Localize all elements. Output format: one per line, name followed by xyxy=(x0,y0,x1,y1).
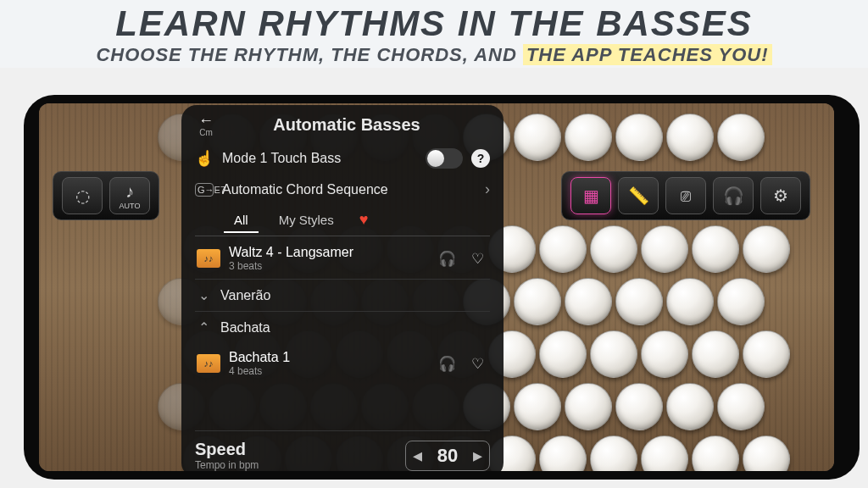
favorite-button[interactable]: ♡ xyxy=(466,355,488,373)
touch-icon: ☝ xyxy=(195,149,214,168)
style-title: Waltz 4 - Langsamer xyxy=(229,245,427,260)
speed-row: Speed Tempo in bpm ◂ 80 ▸ xyxy=(195,430,490,471)
tab-mystyles[interactable]: My Styles xyxy=(274,209,339,230)
mode-row: ☝ Mode 1 Touch Bass ? xyxy=(195,142,490,175)
divider xyxy=(195,236,490,236)
bass-button[interactable] xyxy=(514,278,561,325)
bass-button[interactable] xyxy=(615,278,663,325)
bass-button[interactable] xyxy=(565,278,612,325)
tab-all[interactable]: All xyxy=(229,209,253,230)
bass-button[interactable] xyxy=(692,330,739,378)
bass-button[interactable] xyxy=(666,114,714,161)
headline-highlight: THE APP TEACHES YOU! xyxy=(523,44,772,65)
style-icon: ♪♪ xyxy=(197,249,220,268)
bass-button[interactable] xyxy=(692,225,739,273)
style-sub: 3 beats xyxy=(229,260,427,272)
bass-button[interactable] xyxy=(565,114,612,161)
toolbar-right: ▦ 📏 ⎚ 🎧 ⚙ xyxy=(561,171,810,220)
style-tabs: All My Styles ♥ xyxy=(229,209,490,230)
speed-label: Speed xyxy=(195,440,395,459)
bass-button[interactable] xyxy=(590,435,637,471)
preview-button[interactable]: 🎧 xyxy=(436,250,458,268)
bass-button[interactable] xyxy=(666,278,714,325)
bass-button[interactable] xyxy=(539,225,587,273)
bass-button[interactable] xyxy=(743,330,790,378)
group-vanerao[interactable]: ⌄ Vanerão xyxy=(195,279,490,311)
chord-seq-label: Automatic Chord Sequence xyxy=(222,182,476,197)
tempo-stepper[interactable]: ◂ 80 ▸ xyxy=(405,441,490,471)
chord-seq-icon: G→E7 xyxy=(195,183,214,197)
auto-bass-icon: ♪ xyxy=(125,182,134,202)
bass-button[interactable] xyxy=(743,435,790,471)
accordion-view-button[interactable]: ▦ xyxy=(570,177,611,214)
group-label: Bachata xyxy=(220,320,270,336)
bass-button[interactable] xyxy=(717,383,765,430)
panel-title: Automatic Basses xyxy=(225,115,468,135)
chevron-up-icon: ⌃ xyxy=(198,319,212,336)
help-button[interactable]: ? xyxy=(471,149,490,168)
ruler-icon: 📏 xyxy=(628,186,649,206)
app-screen: ◌ ♪AUTO ▦ 📏 ⎚ 🎧 ⚙ ← Cm Automatic Basses … xyxy=(39,103,834,471)
speed-sub: Tempo in bpm xyxy=(195,459,395,471)
bass-button[interactable] xyxy=(615,114,663,161)
chord-sequence-row[interactable]: G→E7 Automatic Chord Sequence › xyxy=(195,175,490,204)
group-label: Vanerão xyxy=(220,288,270,303)
bass-button[interactable] xyxy=(514,114,561,161)
chevron-right-icon: › xyxy=(485,180,490,198)
bass-button[interactable] xyxy=(565,383,612,430)
back-button[interactable]: ← Cm xyxy=(195,114,217,136)
bass-button[interactable] xyxy=(539,330,587,378)
favorite-button[interactable]: ♡ xyxy=(466,250,488,268)
style-title: Bachata 1 xyxy=(229,350,427,365)
headline-subtitle: CHOOSE THE RHYTHM, THE CHORDS, AND THE A… xyxy=(0,44,868,66)
mode-label: Mode 1 Touch Bass xyxy=(222,151,417,166)
chevron-down-icon: ⌄ xyxy=(198,287,212,303)
headline-title: LEARN RHYTHMS IN THE BASSES xyxy=(0,3,868,44)
mixer-button[interactable]: ⎚ xyxy=(665,177,706,214)
tempo-increase[interactable]: ▸ xyxy=(473,445,482,467)
style-sub: 4 beats xyxy=(229,365,427,377)
metronome-button[interactable]: ◌ xyxy=(62,177,103,214)
bass-button[interactable] xyxy=(641,435,688,471)
headphones-button[interactable]: 🎧 xyxy=(713,177,754,214)
device-frame: ◌ ♪AUTO ▦ 📏 ⎚ 🎧 ⚙ ← Cm Automatic Basses … xyxy=(24,95,860,480)
bass-button[interactable] xyxy=(666,383,714,430)
bass-button[interactable] xyxy=(743,225,790,273)
bass-button[interactable] xyxy=(717,114,765,161)
settings-button[interactable]: ⚙ xyxy=(760,177,801,214)
accordion-icon: ▦ xyxy=(583,186,599,206)
gear-icon: ⚙ xyxy=(773,186,788,206)
promo-headline: LEARN RHYTHMS IN THE BASSES CHOOSE THE R… xyxy=(0,0,868,68)
sliders-icon: ⎚ xyxy=(681,186,691,206)
bass-button[interactable] xyxy=(717,278,765,325)
style-icon: ♪♪ xyxy=(197,354,220,373)
bass-button[interactable] xyxy=(641,330,688,378)
back-arrow-icon: ← xyxy=(198,112,214,130)
metronome-icon: ◌ xyxy=(75,186,90,206)
bass-button[interactable] xyxy=(590,330,637,378)
group-bachata[interactable]: ⌃ Bachata xyxy=(195,311,490,343)
scale-button[interactable]: 📏 xyxy=(618,177,659,214)
style-item[interactable]: ♪♪ Waltz 4 - Langsamer 3 beats 🎧 ♡ xyxy=(195,238,490,279)
favorites-tab[interactable]: ♥ xyxy=(359,211,369,229)
auto-button[interactable]: ♪AUTO xyxy=(109,177,150,214)
bass-button[interactable] xyxy=(539,435,587,471)
automatic-basses-panel: ← Cm Automatic Basses ☝ Mode 1 Touch Bas… xyxy=(181,105,504,471)
tempo-decrease[interactable]: ◂ xyxy=(413,445,422,467)
headphones-icon: 🎧 xyxy=(723,186,744,206)
bass-button[interactable] xyxy=(590,225,637,273)
tempo-value: 80 xyxy=(431,445,465,467)
bass-button[interactable] xyxy=(641,225,688,273)
bass-button[interactable] xyxy=(514,383,561,430)
bass-button[interactable] xyxy=(615,383,663,430)
style-item[interactable]: ♪♪ Bachata 1 4 beats 🎧 ♡ xyxy=(195,343,490,384)
preview-button[interactable]: 🎧 xyxy=(436,355,458,373)
mode-toggle[interactable] xyxy=(426,148,463,169)
bass-button[interactable] xyxy=(692,435,739,471)
toolbar-left: ◌ ♪AUTO xyxy=(53,171,159,220)
